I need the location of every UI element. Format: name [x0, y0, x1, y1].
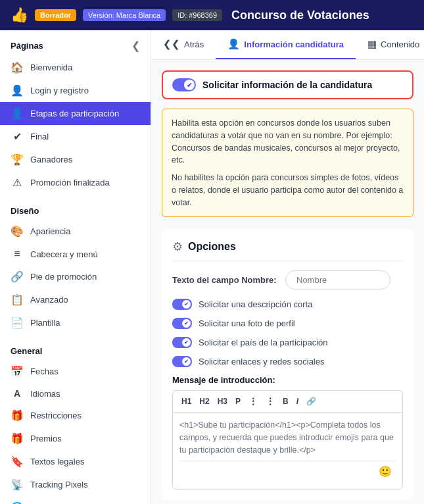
sidebar-item-tracking[interactable]: 📡 Tracking Pixels	[0, 473, 151, 496]
toggle-foto-perfil[interactable]: ✔	[172, 318, 192, 329]
menu-icon: ≡	[11, 248, 24, 260]
toolbar-link[interactable]: 🔗	[304, 395, 318, 407]
toolbar-bold[interactable]: B	[281, 395, 291, 407]
sidebar-item-label: Avanzado	[30, 295, 68, 305]
sidebar-item-label: Ganadores	[30, 155, 72, 164]
content-area: ✔ Solicitar información de la candidatur…	[151, 60, 424, 504]
trophy-icon: 🏆	[11, 153, 24, 166]
toggle-pais[interactable]: ✔	[172, 337, 192, 348]
toolbar-italic[interactable]: I	[294, 395, 300, 407]
toolbar-p[interactable]: P	[233, 395, 243, 407]
sidebar-item-label: Etapas de participación	[30, 109, 119, 118]
badge-borrador: Borrador	[35, 9, 76, 21]
logo-icon: 👍	[11, 7, 28, 24]
sidebar-item-pie[interactable]: 🔗 Pie de promoción	[0, 265, 151, 288]
link-icon: 🔗	[11, 270, 24, 283]
sidebar-item-label: Fechas	[30, 366, 59, 376]
calendar-icon: 📅	[11, 365, 24, 378]
user-icon: 👤	[11, 84, 24, 97]
sidebar-item-cabecera[interactable]: ≡ Cabecera y menú	[0, 243, 151, 265]
tabs-bar: ❮❮ Atrás 👤 Información candidatura ▦ Con…	[151, 30, 424, 60]
sidebar-item-textos[interactable]: 🔖 Textos legales	[0, 450, 151, 473]
sidebar-item-etapas[interactable]: 👤 Etapas de participación	[0, 102, 151, 125]
sidebar-item-plantilla[interactable]: 📄 Plantilla	[0, 311, 151, 334]
toggle-knob: ✔	[182, 319, 191, 328]
options-header: ⚙ Opciones	[172, 239, 403, 261]
editor-toolbar: H1 H2 H3 P ⋮ ⋮ B I 🔗	[172, 390, 403, 412]
gear-icon: ⚙	[172, 239, 183, 254]
sidebar-item-apariencia[interactable]: 🎨 Apariencia	[0, 220, 151, 243]
sidebar-item-label: Cabecera y menú	[30, 249, 98, 259]
tab-label: Atrás	[184, 39, 204, 49]
badge-version: Versión: Marca Blanca	[83, 9, 166, 21]
toolbar-ul[interactable]: ⋮	[264, 395, 277, 408]
sidebar-item-idiomas[interactable]: A Idiomas	[0, 383, 151, 404]
header: 👍 Borrador Versión: Marca Blanca ID: #96…	[0, 0, 424, 30]
sidebar-item-label: Plantilla	[30, 318, 60, 328]
globe-icon: 🌐	[11, 501, 24, 504]
sidebar-item-bienvenida[interactable]: 🏠 Bienvenida	[0, 56, 151, 79]
file-icon: 📄	[11, 316, 24, 329]
sidebar-item-redes[interactable]: 🌐 Mis Redes	[0, 496, 151, 504]
toolbar-h2[interactable]: H2	[197, 395, 211, 407]
sidebar-item-promocion[interactable]: ⚠ Promoción finalizada	[0, 171, 151, 194]
info-text-1: Habilita esta opción en concursos donde …	[172, 117, 404, 166]
language-icon: A	[11, 388, 24, 399]
sidebar-item-label: Final	[30, 132, 49, 141]
sidebar-section-diseno: Diseño	[0, 197, 151, 220]
check-icon: ✔	[184, 359, 189, 365]
sidebar-section-paginas-title: Páginas	[11, 41, 43, 51]
check-icon: ✔	[184, 301, 189, 307]
sidebar-item-premios[interactable]: 🎁 Premios	[0, 427, 151, 450]
sidebar-item-avanzado[interactable]: 📋 Avanzado	[0, 288, 151, 311]
toggle-switch[interactable]: ✔	[172, 78, 196, 91]
sidebar-item-ganadores[interactable]: 🏆 Ganadores	[0, 148, 151, 171]
checkbox-redes[interactable]: ✔ Solicitar enlaces y redes sociales	[172, 356, 403, 367]
collapse-icon[interactable]: ❮	[131, 39, 140, 52]
checkbox-pais[interactable]: ✔ Solicitar el país de la participación	[172, 337, 403, 348]
options-title: Opciones	[188, 241, 236, 253]
field-nombre-input[interactable]	[285, 270, 390, 290]
toggle-label: Solicitar información de la candidatura	[202, 80, 372, 90]
toggle-redes[interactable]: ✔	[172, 356, 192, 367]
sidebar-item-restricciones[interactable]: 🎁 Restricciones	[0, 404, 151, 427]
tab-info-candidatura[interactable]: 👤 Información candidatura	[216, 30, 356, 59]
checkbox-label-pais: Solicitar el país de la participación	[199, 338, 328, 347]
sidebar-item-label: Pie de promoción	[30, 272, 97, 282]
sidebar-section-paginas: Páginas ❮	[0, 30, 151, 56]
sidebar-item-label: Apariencia	[30, 226, 70, 236]
sidebar-group-diseno: 🎨 Apariencia ≡ Cabecera y menú 🔗 Pie de …	[0, 220, 151, 334]
sidebar-item-final[interactable]: ✔ Final	[0, 125, 151, 148]
sidebar-item-fechas[interactable]: 📅 Fechas	[0, 360, 151, 383]
sidebar-item-label: Premios	[30, 434, 62, 443]
toggle-card[interactable]: ✔ Solicitar información de la candidatur…	[162, 70, 413, 99]
toggle-track: ✔	[172, 78, 196, 91]
restricciones-icon: 🎁	[11, 409, 24, 422]
checkbox-foto-perfil[interactable]: ✔ Solicitar una foto de perfil	[172, 318, 403, 329]
premios-icon: 🎁	[11, 432, 24, 445]
home-icon: 🏠	[11, 61, 24, 74]
toggle-desc-corta[interactable]: ✔	[172, 299, 192, 310]
toggle-check-icon: ✔	[187, 82, 192, 89]
sidebar-group-paginas: 🏠 Bienvenida 👤 Login y registro 👤 Etapas…	[0, 56, 151, 194]
user-icon: 👤	[11, 107, 24, 120]
message-label: Mensaje de introducción:	[172, 375, 403, 385]
sidebar-item-label: Promoción finalizada	[30, 178, 110, 188]
emoji-button[interactable]: 🙂	[379, 464, 392, 480]
toolbar-h3[interactable]: H3	[216, 395, 229, 407]
tab-contenido[interactable]: ▦ Contenido	[356, 30, 424, 59]
toggle-knob: ✔	[182, 300, 191, 309]
grid-icon: ▦	[367, 38, 377, 50]
checkbox-label-redes: Solicitar enlaces y redes sociales	[199, 357, 324, 366]
user-tab-icon: 👤	[227, 38, 240, 50]
tab-atras[interactable]: ❮❮ Atrás	[151, 30, 216, 59]
toolbar-ol[interactable]: ⋮	[247, 395, 260, 408]
sidebar-section-general-title: General	[11, 346, 42, 356]
sidebar-item-login[interactable]: 👤 Login y registro	[0, 79, 151, 102]
editor-body[interactable]: <h1>Sube tu participación</h1><p>Complet…	[172, 412, 403, 489]
list-icon: 📋	[11, 293, 24, 306]
sidebar-item-label: Textos legales	[30, 457, 84, 466]
toolbar-h1[interactable]: H1	[179, 395, 193, 407]
checkbox-desc-corta[interactable]: ✔ Solicitar una descripción corta	[172, 299, 403, 310]
check-icon: ✔	[184, 340, 189, 345]
